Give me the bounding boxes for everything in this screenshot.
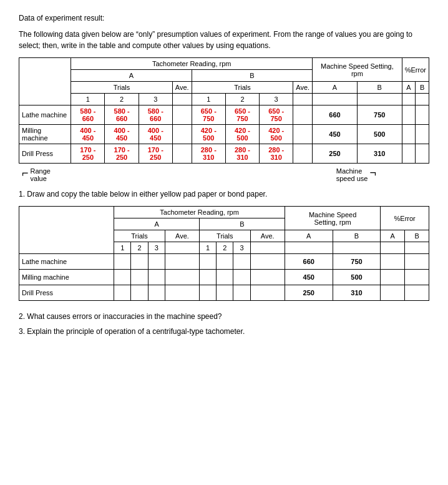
intro-line2: The following data given below are “only… [19,29,429,51]
trials-a-label2: Trials [114,230,165,242]
table2: Tachometer Reading, rpm Machine SpeedSet… [19,206,429,301]
question2: 2. What causes errors or inaccuracies in… [19,311,429,322]
trials-b-label2: Trials [200,230,250,242]
ave-a-label2: Ave. [165,230,199,242]
table1: Tachometer Reading, rpm Machine Speed Se… [19,57,429,164]
trial1-a: 1 [71,94,105,105]
machine-speed-header2: Machine SpeedSetting, rpm [285,207,380,230]
ms-b-col: B [357,82,402,94]
trials-b-label: Trials [192,82,293,94]
table-row: Lathe machine 580 - 660 580 - 660 580 - … [19,105,429,125]
col-a-label2: A [114,218,200,230]
ave-b-label2: Ave. [250,230,285,242]
trial3-a: 3 [139,94,172,105]
ms-b-col2: B [333,230,381,242]
col-b-label2: B [200,218,285,230]
ms-a-col2: A [285,230,333,242]
trial3-b: 3 [260,94,293,105]
err-a-col2: A [381,230,405,242]
t2b2: 2 [217,242,233,254]
machine-speed-note: Machinespeed use ¬ [336,167,376,182]
err-b-col: B [416,82,429,94]
err-b-col2: B [405,230,429,242]
col-a-label: A [71,70,192,82]
ave-a-label: Ave. [172,82,192,94]
col-b-label: B [192,70,312,82]
table-row: Drill Press 250 310 [19,285,429,301]
instruction1: 1. Draw and copy the table below in eith… [19,189,429,200]
t3b2: 3 [233,242,250,254]
trials-a-label: Trials [71,82,173,94]
t1b2: 1 [200,242,217,254]
trial2-b: 2 [225,94,259,105]
trial1-b: 1 [192,94,225,105]
table-row: Lathe machine 660 750 [19,254,429,270]
questions-section: 2. What causes errors or inaccuracies in… [19,311,429,337]
question3: 3. Explain the principle of operation of… [19,326,429,337]
range-value-note: ⌐ Rangevalue [22,167,51,182]
table-row: Milling machine 450 500 [19,270,429,285]
t2a2: 2 [131,242,148,254]
tachometer-header: Tachometer Reading, rpm [71,58,313,70]
error-header: %Error [402,58,429,82]
t1a2: 1 [114,242,131,254]
ms-a-col: A [313,82,358,94]
err-a-col: A [402,82,416,94]
intro-line1: Data of experiment result: [19,12,429,24]
trial2-a: 2 [105,94,139,105]
tachometer-header2: Tachometer Reading, rpm [114,207,285,218]
ave-b-label: Ave. [293,82,313,94]
table-row: Milling machine 400 - 450 400 - 450 400 … [19,125,429,144]
machine-speed-header: Machine Speed Setting, rpm [313,58,402,82]
t3a2: 3 [148,242,165,254]
table-row: Drill Press 170 - 250 170 - 250 170 - 25… [19,144,429,164]
error-header2: %Error [381,207,429,230]
